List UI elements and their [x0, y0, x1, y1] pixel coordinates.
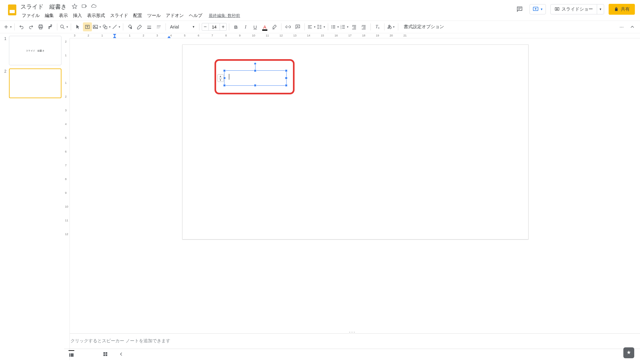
text-color-button[interactable]: A: [260, 22, 269, 31]
notes-resize-handle[interactable]: [64, 331, 640, 333]
speaker-notes[interactable]: クリックするとスピーカー ノートを追加できます: [64, 333, 640, 349]
menu-help[interactable]: ヘルプ: [186, 12, 205, 20]
canvas-container[interactable]: ▲▼: [64, 38, 640, 331]
clear-format-button[interactable]: Tx: [373, 22, 382, 31]
slide-canvas[interactable]: ▲▼: [182, 45, 528, 239]
menu-format[interactable]: 表示形式: [85, 12, 108, 20]
resize-handle-tl[interactable]: [223, 69, 226, 72]
svg-rect-38: [354, 27, 356, 27]
indent-decrease-button[interactable]: [350, 22, 359, 31]
move-icon[interactable]: [81, 4, 87, 10]
separator: [123, 23, 123, 30]
svg-rect-23: [308, 27, 311, 27]
slideshow-label: スライドショー: [562, 6, 593, 12]
numbered-list-button[interactable]: 123▼: [340, 22, 349, 31]
thumb-slide-1[interactable]: スライド 縦書き: [9, 36, 61, 65]
grid-view-icon[interactable]: [102, 351, 108, 358]
menu-arrange[interactable]: 配置: [131, 12, 145, 20]
border-weight-button[interactable]: [145, 22, 154, 31]
selected-textbox[interactable]: ▲▼: [224, 70, 287, 86]
line-button[interactable]: ▼: [112, 22, 121, 31]
slides-logo-icon[interactable]: [8, 4, 16, 15]
thumb-num-1: 1: [3, 36, 6, 65]
font-size-increase[interactable]: +: [220, 23, 227, 31]
resize-handle-tr[interactable]: [285, 69, 288, 72]
svg-rect-50: [106, 354, 107, 356]
more-button[interactable]: ⋯: [617, 22, 626, 31]
separator: [398, 23, 398, 30]
font-size-group: − +: [202, 23, 227, 31]
line-spacing-button[interactable]: ▼: [317, 22, 326, 31]
italic-button[interactable]: I: [241, 22, 250, 31]
paint-format-button[interactable]: [46, 22, 55, 31]
underline-button[interactable]: U: [251, 22, 260, 31]
menu-file[interactable]: ファイル: [19, 12, 42, 20]
svg-rect-0: [82, 4, 85, 7]
border-color-button[interactable]: [135, 22, 144, 31]
resize-handle-tm[interactable]: [254, 69, 256, 72]
menu-view[interactable]: 表示: [56, 12, 70, 20]
input-method-button[interactable]: あ▼: [387, 22, 396, 31]
filmstrip[interactable]: 1 スライド 縦書き 2: [0, 33, 64, 360]
border-dash-button[interactable]: [154, 22, 163, 31]
horizontal-ruler[interactable]: 321123456789101112131415161718192021: [70, 33, 640, 38]
textbox-button[interactable]: [83, 22, 92, 31]
doc-title[interactable]: スライド 縦書き: [19, 2, 68, 11]
print-button[interactable]: [36, 22, 45, 31]
slideshow-button[interactable]: スライドショー: [551, 4, 597, 14]
svg-point-26: [331, 27, 332, 27]
slideshow-dropdown[interactable]: ▼: [597, 4, 604, 14]
present-upload-button[interactable]: ▼: [530, 4, 546, 14]
collapse-filmstrip-icon[interactable]: [118, 351, 124, 358]
collapse-toolbar-button[interactable]: [628, 22, 637, 31]
indent-increase-button[interactable]: [359, 22, 368, 31]
resize-handle-bm[interactable]: [254, 84, 256, 87]
svg-rect-21: [159, 28, 159, 28]
svg-rect-5: [39, 28, 42, 29]
title-row: スライド 縦書き: [19, 3, 514, 11]
highlight-button[interactable]: [270, 22, 279, 31]
logo-column: [5, 3, 19, 15]
menu-tools[interactable]: ツール: [145, 12, 163, 20]
autofit-tab[interactable]: ▲▼: [217, 74, 224, 82]
shape-button[interactable]: ▼: [102, 22, 111, 31]
font-size-input[interactable]: [209, 23, 220, 31]
comment-add-button[interactable]: [293, 22, 302, 31]
link-button[interactable]: [284, 22, 293, 31]
resize-handle-bl[interactable]: [223, 84, 226, 87]
last-edit-link[interactable]: 最終編集: 数秒前: [209, 13, 240, 19]
thumb-slide-2[interactable]: [9, 68, 61, 98]
fill-color-button[interactable]: [126, 22, 134, 31]
new-slide-button[interactable]: ▼: [3, 22, 12, 31]
undo-button[interactable]: [17, 22, 26, 31]
bullet-list-button[interactable]: ▼: [330, 22, 339, 31]
menu-slide[interactable]: スライド: [108, 12, 131, 20]
rotate-handle[interactable]: [254, 62, 256, 65]
redo-button[interactable]: [27, 22, 36, 31]
menu-addons[interactable]: アドオン: [163, 12, 186, 20]
format-options-button[interactable]: 書式設定オプション: [401, 24, 447, 30]
menu-insert[interactable]: 挿入: [70, 12, 85, 20]
font-family-select[interactable]: Arial▼: [168, 23, 197, 31]
star-icon[interactable]: [72, 4, 77, 10]
svg-rect-46: [71, 353, 74, 357]
cloud-status-icon[interactable]: [91, 4, 97, 10]
share-button[interactable]: 共有: [609, 4, 635, 15]
svg-rect-22: [308, 26, 312, 26]
canvas-area: 321123456789101112131415161718192021 211…: [64, 33, 640, 360]
font-size-decrease[interactable]: −: [202, 23, 209, 31]
resize-handle-mr[interactable]: [285, 77, 288, 79]
align-button[interactable]: ▼: [307, 22, 316, 31]
resize-handle-br[interactable]: [285, 84, 288, 87]
svg-rect-15: [157, 26, 161, 26]
svg-rect-19: [157, 28, 157, 28]
bold-button[interactable]: B: [231, 22, 240, 31]
select-tool-button[interactable]: [73, 22, 82, 31]
filmstrip-view-icon[interactable]: [69, 350, 74, 359]
explore-button[interactable]: [623, 347, 634, 358]
zoom-button[interactable]: ▼: [60, 22, 69, 31]
menu-edit[interactable]: 編集: [42, 12, 56, 20]
svg-rect-13: [147, 27, 151, 27]
comments-icon[interactable]: [514, 4, 525, 15]
image-button[interactable]: ▼: [93, 22, 101, 31]
